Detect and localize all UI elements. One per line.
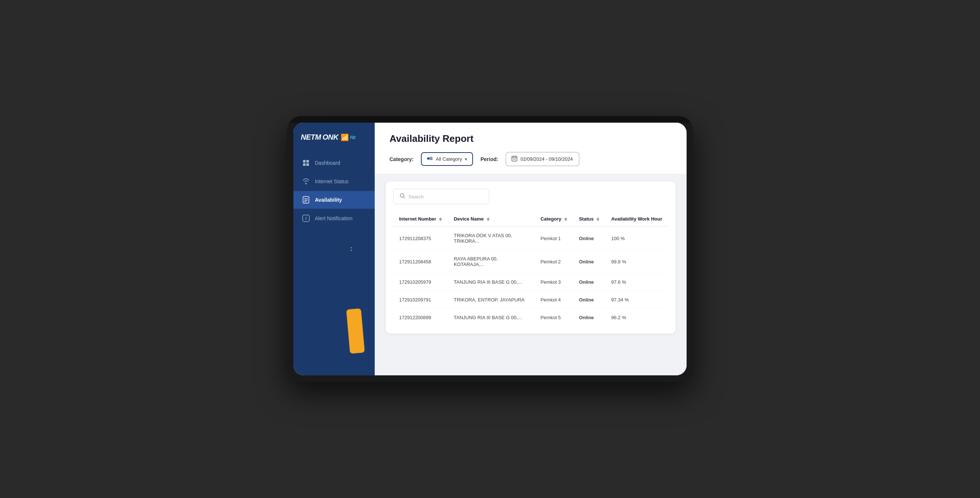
- cell-internet-number: 172911208375: [393, 226, 448, 250]
- sidebar-item-dashboard[interactable]: Dashboard: [293, 154, 375, 172]
- doc-icon: [302, 196, 310, 204]
- cell-availability: 96.2 %: [605, 309, 668, 326]
- dashboard-icon: [302, 159, 310, 167]
- table-header-row: Internet Number Device Name Category: [393, 212, 668, 226]
- cell-availability: 100 %: [605, 226, 668, 250]
- device-frame: NETMONK 📶 Hz Dashboard: [287, 116, 693, 382]
- table-row: 172910209791 TRIKORA, ENTROP, JAYAPURA P…: [393, 291, 668, 309]
- table-row: 172910205979 TANJUNG RIA III BASE G 00,.…: [393, 274, 668, 291]
- period-value: 02/09/2024 - 09/10/2024: [520, 156, 573, 162]
- svg-point-7: [515, 159, 516, 160]
- table-row: 172912200899 TANJUNG RIA III BASE G 00,.…: [393, 309, 668, 326]
- svg-point-2: [305, 217, 306, 218]
- cell-category: Pemkot 1: [535, 226, 573, 250]
- table-row: 172911208458 RAYA ABEPURA 00, KOTARAJA,.…: [393, 250, 668, 274]
- wifi-icon: [302, 178, 310, 185]
- category-filter-label: Category:: [390, 156, 414, 162]
- info-icon: [302, 215, 310, 222]
- col-internet-number[interactable]: Internet Number: [393, 212, 448, 226]
- cell-category: Pemkot 4: [535, 291, 573, 309]
- logo-wifi-icon: 📶: [341, 134, 349, 142]
- svg-rect-4: [512, 156, 517, 161]
- calendar-icon: [511, 156, 517, 162]
- main-content: Availability Report Category: All Catego…: [375, 123, 687, 375]
- category-select-value: All Category: [436, 156, 462, 162]
- chevron-down-icon: ▾: [465, 157, 467, 162]
- col-device-name[interactable]: Device Name: [448, 212, 535, 226]
- data-table: Internet Number Device Name Category: [393, 212, 668, 326]
- cell-device-name: TRIKORA, ENTROP, JAYAPURA: [448, 291, 535, 309]
- sidebar-item-internet-status-label: Internet Status: [315, 178, 348, 185]
- col-availability[interactable]: Availability Work Hour: [605, 212, 668, 226]
- page-title: Availability Report: [390, 133, 672, 145]
- table-row: 172911208375 TRIKORA DOK V ATAS 00, TRIK…: [393, 226, 668, 250]
- page-header: Availability Report Category: All Catego…: [375, 123, 687, 174]
- sidebar-item-availability[interactable]: Availability: [293, 191, 375, 209]
- cell-availability: 99.8 %: [605, 250, 668, 274]
- cell-internet-number: 172910209791: [393, 291, 448, 309]
- search-input[interactable]: [408, 194, 483, 199]
- filters-row: Category: All Category ▾ Period:: [390, 152, 672, 166]
- logo-hz: Hz: [350, 134, 355, 140]
- sidebar-item-alert-notification-label: Alert Notification: [315, 215, 353, 221]
- cell-device-name: RAYA ABEPURA 00, KOTARAJA,...: [448, 250, 535, 274]
- svg-point-5: [513, 159, 514, 160]
- cell-category: Pemkot 3: [535, 274, 573, 291]
- sort-icon-category: [564, 218, 567, 221]
- content-area: Internet Number Device Name Category: [375, 174, 687, 375]
- cell-status: Online: [573, 250, 605, 274]
- sidebar-item-dashboard-label: Dashboard: [315, 160, 340, 166]
- cell-category: Pemkot 5: [535, 309, 573, 326]
- search-icon: [399, 193, 406, 200]
- cell-status: Online: [573, 291, 605, 309]
- table-card: Internet Number Device Name Category: [386, 181, 676, 334]
- period-filter-label: Period:: [480, 156, 498, 162]
- sidebar-item-availability-label: Availability: [315, 197, 342, 203]
- nav-menu: Dashboard Internet Status: [293, 150, 375, 231]
- sidebar-item-alert-notification[interactable]: Alert Notification: [293, 210, 375, 227]
- cell-availability: 97.6 %: [605, 274, 668, 291]
- sidebar-item-internet-status[interactable]: Internet Status: [293, 172, 375, 190]
- cell-device-name: TANJUNG RIA III BASE G 00,...: [448, 309, 535, 326]
- svg-rect-0: [303, 197, 309, 203]
- category-dropdown[interactable]: All Category ▾: [421, 152, 473, 166]
- app-logo: NETMONK 📶 Hz: [301, 133, 355, 142]
- col-status[interactable]: Status: [573, 212, 605, 226]
- cell-device-name: TRIKORA DOK V ATAS 00, TRIKORA...: [448, 226, 535, 250]
- cell-internet-number: 172912200899: [393, 309, 448, 326]
- period-date-picker[interactable]: 02/09/2024 - 09/10/2024: [506, 152, 579, 166]
- cell-status: Online: [573, 226, 605, 250]
- sidebar-edge-dots: [351, 247, 352, 251]
- cell-device-name: TANJUNG RIA III BASE G 00,...: [448, 274, 535, 291]
- cell-internet-number: 172910205979: [393, 274, 448, 291]
- svg-point-6: [514, 159, 515, 160]
- logo-area: NETMONK 📶 Hz: [293, 123, 375, 150]
- cell-status: Online: [573, 274, 605, 291]
- logo-netmonk: NETM: [301, 133, 321, 142]
- cell-internet-number: 172911208458: [393, 250, 448, 274]
- sort-icon-device-name: [487, 218, 490, 221]
- sort-icon-status: [597, 218, 600, 221]
- cell-availability: 97.34 %: [605, 291, 668, 309]
- cell-status: Online: [573, 309, 605, 326]
- svg-point-3: [427, 158, 430, 160]
- category-select-icon: [427, 156, 433, 162]
- screen: NETMONK 📶 Hz Dashboard: [293, 123, 687, 375]
- search-bar[interactable]: [393, 189, 489, 204]
- sort-icon-internet-number: [439, 218, 442, 221]
- col-category[interactable]: Category: [535, 212, 573, 226]
- cell-category: Pemkot 2: [535, 250, 573, 274]
